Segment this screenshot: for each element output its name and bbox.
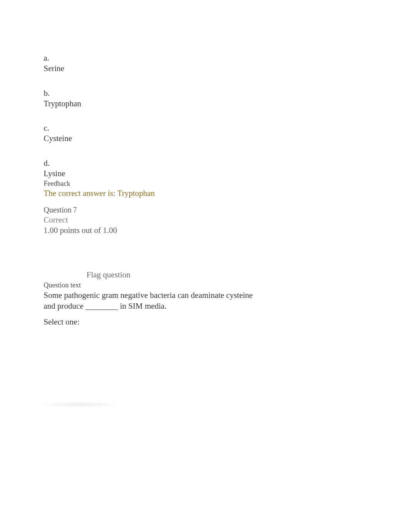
option-d[interactable]: d. Lysine [44, 158, 364, 179]
question-text: Some pathogenic gram negative bacteria c… [44, 290, 260, 312]
points-label: 1.00 points out of 1.00 [44, 225, 364, 235]
question-label: Question [44, 206, 71, 214]
option-text: Cysteine [44, 133, 364, 144]
option-c[interactable]: c. Cysteine [44, 123, 364, 144]
option-a[interactable]: a. Serine [44, 53, 364, 74]
option-letter: a. [44, 53, 364, 63]
option-letter: d. [44, 158, 364, 168]
option-text: Tryptophan [44, 99, 364, 109]
feedback-label: Feedback [44, 180, 364, 188]
flag-question-label: Flag question [86, 270, 130, 279]
question-text-label: Question text [44, 281, 364, 289]
option-text: Lysine [44, 168, 364, 179]
question-header: Question 7 Correct 1.00 points out of 1.… [44, 205, 364, 235]
flag-question[interactable]: Flag question [86, 270, 364, 280]
select-one-label: Select one: [44, 317, 364, 327]
option-letter: b. [44, 88, 364, 99]
status-label: Correct [44, 215, 364, 225]
option-b[interactable]: b. Tryptophan [44, 88, 364, 109]
question-number: 7 [73, 206, 77, 214]
option-text: Serine [44, 63, 364, 74]
feedback-answer: The correct answer is: Tryptophan [44, 189, 364, 198]
option-letter: c. [44, 123, 364, 133]
content-shadow [42, 402, 117, 407]
